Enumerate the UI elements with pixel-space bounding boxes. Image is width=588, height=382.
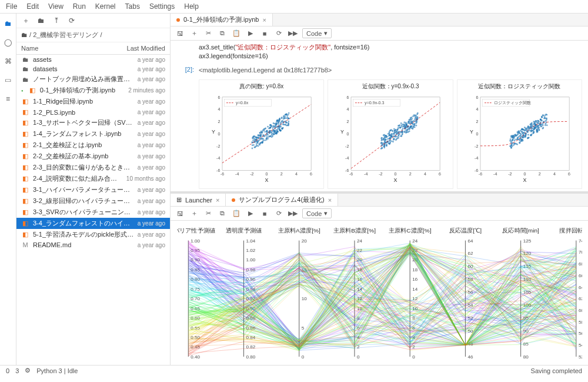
sb-item[interactable]: 3 <box>15 367 19 374</box>
restart-icon[interactable]: ⟳ <box>274 29 283 38</box>
tab-notebook-top[interactable]: 0-1_外挿領域の予測.ipynb × <box>171 14 273 26</box>
copy-icon[interactable]: ⧉ <box>218 29 227 38</box>
svg-point-527 <box>408 121 410 123</box>
file-row[interactable]: 🖿ノートブック用埋め込み画像置き場a year ago <box>16 74 170 85</box>
svg-text:2: 2 <box>409 172 412 177</box>
file-row[interactable]: ●◧0-1_外挿領域の予測.ipynb2 minutes ago <box>16 85 170 96</box>
svg-text:X: X <box>265 177 269 183</box>
fastforward-icon[interactable]: ▶▶ <box>288 209 298 218</box>
stop-icon[interactable]: ■ <box>260 209 269 218</box>
svg-point-534 <box>414 123 416 125</box>
svg-point-266 <box>252 148 253 150</box>
menu-view[interactable]: View <box>48 2 64 11</box>
new-launcher-icon[interactable]: ＋ <box>21 16 31 25</box>
svg-point-467 <box>387 133 389 135</box>
file-row[interactable]: ◧2-2_交差検証の基本.ipynba year ago <box>16 151 170 162</box>
save-icon[interactable]: 🖫 <box>175 209 185 218</box>
file-row[interactable]: ◧3-3_SVRのハイパラチューニング.ipynba year ago <box>16 207 170 218</box>
header-name[interactable]: Name <box>21 45 127 52</box>
menu-kernel[interactable]: Kernel <box>95 2 116 11</box>
celltype-dropdown[interactable]: Code ▾ <box>302 28 332 38</box>
restart-icon[interactable]: ⟳ <box>274 209 283 218</box>
run-icon[interactable]: ▶ <box>246 209 255 218</box>
cut-icon[interactable]: ✂ <box>203 29 213 38</box>
copy-icon[interactable]: ⧉ <box>218 209 227 218</box>
chart-row: 真の関数: y=0.8x-6-6-4-4-2-200224466XYy=0.8x… <box>171 77 588 191</box>
extension-icon[interactable]: ≡ <box>3 94 14 104</box>
file-row[interactable]: ◧1-1_Ridge回帰.ipynba year ago <box>16 96 170 107</box>
sb-gear-icon[interactable]: ⚙ <box>25 367 31 374</box>
refresh-icon[interactable]: ⟳ <box>67 16 76 25</box>
sb-item[interactable]: 0 <box>6 367 9 374</box>
save-icon[interactable]: 🖫 <box>175 29 185 38</box>
tab-launcher[interactable]: ⊞ Launcher × <box>171 194 226 206</box>
fastforward-icon[interactable]: ▶▶ <box>288 29 298 38</box>
svg-point-155 <box>279 119 280 121</box>
code-text: ax3.set_title( <box>199 44 235 51</box>
file-row[interactable]: ◧3-2_線形回帰のハイパラチューニング.ipynba year ago <box>16 195 170 207</box>
svg-point-88 <box>252 139 254 141</box>
breadcrumb[interactable]: 🖿 / 2_機械学習モデリング / <box>16 28 170 42</box>
celltype-dropdown[interactable]: Code ▾ <box>302 208 332 218</box>
svg-point-711 <box>529 124 531 125</box>
file-row[interactable]: 🖿assetsa year ago <box>16 55 170 64</box>
paste-icon[interactable]: 📋 <box>232 29 241 38</box>
close-icon[interactable]: × <box>262 16 266 24</box>
commands-icon[interactable]: ⌘ <box>3 56 14 67</box>
folder-icon[interactable]: 🖿 <box>3 18 14 29</box>
file-row[interactable]: ◧2-4_説明変数に似た組み合わせがあるときの…10 months ago <box>16 173 170 184</box>
add-cell-icon[interactable]: ＋ <box>189 29 199 38</box>
svg-point-207 <box>283 118 285 119</box>
run-icon[interactable]: ▶ <box>246 29 255 38</box>
menu-settings[interactable]: Settings <box>149 2 175 11</box>
svg-text:-4: -4 <box>493 172 497 177</box>
file-row[interactable]: ◧2-1_交差検証とは.ipynba year ago <box>16 139 170 151</box>
new-folder-icon[interactable]: 🖿 <box>36 16 46 25</box>
running-icon[interactable]: ◯ <box>3 37 14 48</box>
menu-edit[interactable]: Edit <box>26 2 39 11</box>
svg-point-699 <box>519 132 520 134</box>
svg-point-208 <box>268 128 270 129</box>
file-row[interactable]: ◧3-1_ハイパーパラメータチューニングの基本.i…a year ago <box>16 184 170 195</box>
sb-kernel[interactable]: Python 3 | Idle <box>36 367 78 374</box>
svg-point-136 <box>253 144 255 146</box>
svg-point-220 <box>276 120 278 122</box>
svg-text:46: 46 <box>467 354 473 360</box>
tabs-icon[interactable]: ▭ <box>3 75 14 85</box>
file-row[interactable]: ◧1-4_ランダムフォレスト.ipynba year ago <box>16 128 170 139</box>
file-row[interactable]: ◧5-1_学習済みモデルのpickle形式保存.ipynba year ago <box>16 229 170 240</box>
svg-text:680: 680 <box>579 261 582 267</box>
stop-icon[interactable]: ■ <box>260 29 269 38</box>
file-modified: a year ago <box>138 209 165 215</box>
svg-text:主原料C濃度[%]: 主原料C濃度[%] <box>389 227 432 234</box>
file-row[interactable]: MREADME.mda year ago <box>16 240 170 250</box>
svg-point-434 <box>399 125 400 127</box>
close-icon[interactable]: × <box>216 197 219 204</box>
svg-point-514 <box>417 112 419 114</box>
menu-file[interactable]: File <box>6 2 17 11</box>
svg-point-265 <box>270 127 272 128</box>
add-cell-icon[interactable]: ＋ <box>189 209 199 218</box>
menu-help[interactable]: Help <box>184 2 199 11</box>
svg-text:ロジスティック関数: ロジスティック関数 <box>494 101 531 106</box>
svg-text:4: 4 <box>424 172 426 177</box>
file-row[interactable]: ◧2-3_目的変数に偏りがあるときの交差検証.ipy…a year ago <box>16 162 170 173</box>
file-row[interactable]: ◧3-4_ランダムフォレストのハイパラチューニ…a year ago <box>16 218 170 229</box>
file-row[interactable]: ◧1-2_PLS.ipynba year ago <box>16 107 170 117</box>
upload-icon[interactable]: ⤒ <box>52 16 61 25</box>
code-cell[interactable]: ax3.set_title("近似関数：ロジスティック関数", fontsize… <box>171 41 588 64</box>
tab-notebook-bottom[interactable]: サンプルプログラム4(最適化) × <box>226 194 338 206</box>
close-icon[interactable]: × <box>328 197 332 204</box>
cut-icon[interactable]: ✂ <box>203 209 213 218</box>
menu-tabs[interactable]: Tabs <box>125 2 140 11</box>
file-row[interactable]: 🖿datasetsa year ago <box>16 64 170 74</box>
svg-point-162 <box>273 122 275 124</box>
svg-point-502 <box>387 138 389 140</box>
file-row[interactable]: ◧1-3_サポートベクター回帰（SVR）.ipynba year ago <box>16 117 170 128</box>
menu-run[interactable]: Run <box>73 2 86 11</box>
svg-text:5: 5 <box>302 325 305 331</box>
svg-point-798 <box>517 137 519 138</box>
svg-text:6: 6 <box>310 172 312 177</box>
paste-icon[interactable]: 📋 <box>232 209 241 218</box>
header-modified[interactable]: Last Modified <box>127 45 165 52</box>
